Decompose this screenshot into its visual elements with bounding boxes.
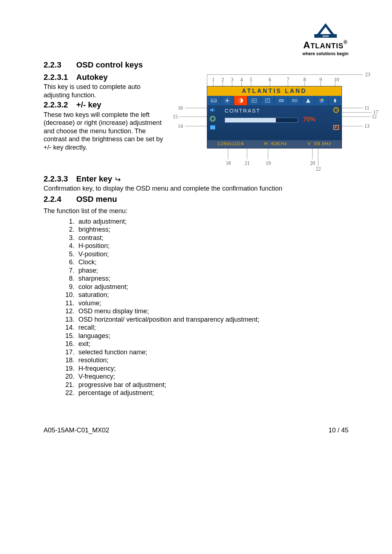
logo-and: AND	[322, 34, 329, 38]
enter-key-icon: ↵	[114, 175, 121, 185]
callout-22: 22	[316, 166, 321, 172]
list-item: recall;	[76, 323, 348, 332]
list-item: saturation;	[76, 291, 348, 299]
svg-marker-22	[306, 98, 310, 103]
list-item: OSD horizontal/ vertical/position and tr…	[76, 315, 348, 324]
svg-point-27	[212, 116, 214, 121]
heading-2-2-3-2: 2.2.3.2+/- key	[44, 100, 163, 110]
phase-icon	[288, 96, 302, 105]
callout-19: 19	[266, 160, 271, 167]
recall-icon	[209, 123, 217, 131]
osd-menu-list: auto adjustment; brightness; contrast; H…	[62, 217, 348, 397]
list-item: H-position;	[76, 242, 348, 250]
doc-id: A05-15AM-C01_MX02	[44, 426, 109, 435]
osd-icon-row: AUTO	[207, 96, 342, 105]
osd-time-icon	[332, 106, 340, 114]
page-number: 10 / 45	[328, 426, 348, 435]
callout-14: 14	[178, 123, 183, 130]
callout-11: 11	[364, 105, 369, 111]
osd-selected-label: CONTRAST	[225, 107, 261, 114]
logo-name-text: TLANTIS	[310, 42, 343, 50]
auto-icon: AUTO	[207, 96, 221, 105]
list-item: color adjustment;	[76, 283, 348, 291]
color-icon	[315, 96, 328, 105]
list-item: V-frequency;	[76, 372, 348, 381]
languages-icon	[209, 115, 217, 123]
list-item: selected function name;	[76, 348, 348, 357]
svg-point-25	[320, 100, 323, 103]
osd-figure: 23 1 2 3 4 5 6 7 8 9 10 ATLANTIS LAND	[171, 72, 374, 173]
brightness-icon	[221, 96, 234, 105]
brand-logo: AND ATLANTIS® where solutions begin	[44, 22, 348, 57]
logo-mark-icon: AND	[313, 22, 338, 38]
sharpness-icon	[302, 96, 315, 105]
callout-23: 23	[365, 72, 370, 78]
osd-title: ATLANTIS LAND	[207, 86, 342, 96]
callout-20: 20	[310, 160, 315, 167]
heading-2-2-3-3: 2.2.3.3Enter key ↵	[44, 174, 348, 184]
list-item: sharpness;	[76, 274, 348, 283]
callout-16: 16	[178, 105, 183, 111]
page-footer: A05-15AM-C01_MX02 10 / 45	[44, 426, 348, 435]
svg-line-11	[229, 102, 229, 103]
list-item: auto adjustment;	[76, 217, 348, 226]
osd-vfreq: V :59.9Hz	[307, 141, 331, 147]
vpos-icon	[261, 96, 274, 105]
heading-2-2-3: 2.2.3OSD control keys	[44, 60, 348, 70]
osd-hfreq: H :63KHz	[264, 141, 287, 147]
list-item: contrast;	[76, 234, 348, 242]
list-item: V-position;	[76, 250, 348, 258]
callout-21: 21	[245, 160, 250, 167]
osd-percent: 70%	[303, 115, 315, 123]
callout-18: 18	[226, 160, 231, 167]
heading-2-2-4: 2.2.4OSD menu	[44, 194, 348, 204]
svg-rect-21	[293, 99, 297, 102]
callout-15: 15	[173, 114, 178, 120]
body-2-2-3-2: These two keys will complete the left (d…	[44, 111, 163, 152]
svg-line-12	[229, 98, 229, 99]
svg-point-26	[210, 116, 215, 121]
saturation-icon	[328, 96, 342, 105]
osd-pos-icon	[332, 123, 340, 131]
list-item: OSD menu display time;	[76, 307, 348, 315]
callout-17: 17	[373, 109, 378, 116]
volume-icon	[209, 106, 217, 114]
osd-resolution: 1280x1024	[217, 141, 244, 147]
list-item: phase;	[76, 266, 348, 275]
list-item: languages;	[76, 332, 348, 340]
list-item: H-frequency;	[76, 364, 348, 373]
list-item: brightness;	[76, 225, 348, 234]
logo-tagline: where solutions begin	[302, 51, 348, 57]
contrast-icon	[234, 96, 248, 105]
list-item: exit;	[76, 340, 348, 348]
list-item: percentage of adjustment;	[76, 389, 348, 397]
list-item: resolution;	[76, 356, 348, 364]
svg-point-5	[226, 99, 228, 102]
intro-2-2-4: The function list of the menu:	[44, 207, 348, 215]
list-item: progressive bar of adjustment;	[76, 381, 348, 389]
svg-text:AUTO: AUTO	[211, 100, 217, 102]
clock-icon	[274, 96, 288, 105]
svg-line-13	[225, 102, 226, 103]
osd-panel: ATLANTIS LAND AUTO	[207, 86, 342, 148]
osd-status-bar: 1280x1024 H :63KHz V :59.9Hz	[207, 140, 342, 148]
body-2-2-3-3: Confirmation key, to display the OSD men…	[44, 184, 348, 193]
hpos-icon	[248, 96, 261, 105]
svg-line-10	[225, 98, 226, 99]
heading-2-2-3-1: 2.2.3.1Autokey	[44, 72, 163, 82]
list-item: Clock;	[76, 258, 348, 266]
callout-13: 13	[364, 123, 369, 130]
osd-progress-bar	[225, 118, 298, 123]
body-2-2-3-1: This key is used to complete auto adjust…	[44, 83, 163, 99]
svg-rect-31	[335, 126, 337, 127]
list-item: volume;	[76, 299, 348, 307]
svg-rect-28	[210, 125, 215, 129]
